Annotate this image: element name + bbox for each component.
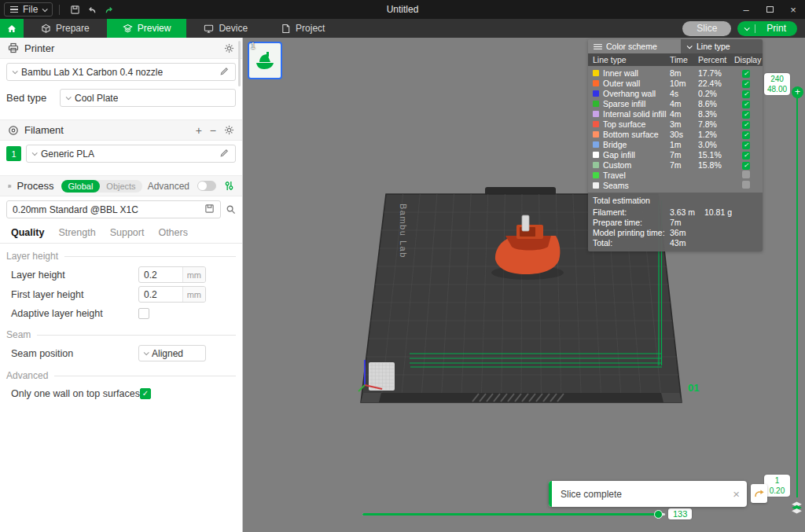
process-preset-select[interactable]: 0.20mm Standard @BBL X1C <box>6 200 221 218</box>
plate-thumbnail[interactable]: 1 <box>248 42 282 79</box>
display-checkbox[interactable]: ✓ <box>742 141 750 149</box>
add-layer-range-button[interactable]: + <box>792 86 803 98</box>
close-button[interactable]: × <box>781 0 805 19</box>
filament-slot-badge[interactable]: 1 <box>6 146 21 161</box>
minimize-button[interactable]: – <box>734 0 758 19</box>
file-menu-button[interactable]: File <box>4 2 53 17</box>
maximize-icon <box>766 6 774 13</box>
preview-viewport[interactable]: Bambu Lab <box>243 38 805 532</box>
search-preset-icon[interactable] <box>226 204 236 215</box>
settings-sidebar: Printer Bambu Lab X1 Carbon 0.4 nozzle B… <box>0 38 243 532</box>
line-type-color-chip <box>593 131 599 138</box>
param-label: Layer height <box>11 270 138 281</box>
advanced-toggle[interactable] <box>197 181 216 191</box>
display-checkbox[interactable]: ✓ <box>742 90 750 98</box>
tab-project[interactable]: Project <box>265 19 340 38</box>
display-checkbox[interactable]: ✓ <box>742 101 750 108</box>
line-type-percent: 0.2% <box>698 89 734 98</box>
save-button[interactable] <box>66 2 83 17</box>
titlebar-divider <box>59 5 60 15</box>
sidebar-scrollbar[interactable] <box>238 41 241 86</box>
first-layer-height-input[interactable]: 0.2 mm <box>138 286 206 303</box>
close-icon[interactable]: × <box>733 488 740 500</box>
layer-slider-track[interactable] <box>796 97 798 497</box>
step-slider[interactable] <box>362 509 665 519</box>
tab-device-label: Device <box>219 23 248 34</box>
input-unit: mm <box>182 267 205 282</box>
tab-support[interactable]: Support <box>110 227 145 238</box>
one-wall-top-checkbox[interactable]: ✓ <box>140 388 151 399</box>
scope-objects-button[interactable]: Objects <box>100 180 142 193</box>
tab-quality[interactable]: Quality <box>11 227 44 238</box>
layers-icon[interactable] <box>790 501 803 514</box>
tab-others[interactable]: Others <box>158 227 188 238</box>
total-value: 36m <box>670 228 704 237</box>
edit-filament-button[interactable] <box>219 148 230 160</box>
display-checkbox[interactable] <box>742 181 750 189</box>
tab-prepare-label: Prepare <box>56 23 90 34</box>
filament-preset-select[interactable]: Generic PLA <box>26 145 236 163</box>
print-button[interactable]: Print <box>755 23 797 34</box>
line-type-percent: 8.3% <box>698 109 734 119</box>
bed-type-select[interactable]: Cool Plate <box>60 89 236 107</box>
redo-button[interactable] <box>101 2 118 17</box>
scope-global-button[interactable]: Global <box>61 180 101 193</box>
total-label: Prepare time: <box>593 218 670 227</box>
legend-row: Overhang wall 4s 0.2% ✓ <box>593 88 758 98</box>
layer-height-input[interactable]: 0.2 mm <box>138 266 206 283</box>
maximize-button[interactable] <box>758 0 781 19</box>
col-display: Display <box>734 55 761 64</box>
display-checkbox[interactable]: ✓ <box>742 131 750 139</box>
line-type-color-chip <box>593 70 599 76</box>
adaptive-layer-height-checkbox[interactable] <box>138 308 149 319</box>
notification-arrow-button[interactable] <box>751 484 767 503</box>
save-preset-button[interactable] <box>204 204 215 216</box>
plate-number-label: 01 <box>688 382 699 394</box>
display-checkbox[interactable]: ✓ <box>742 121 750 129</box>
tab-device[interactable]: Device <box>188 19 263 38</box>
filament-settings-gear-icon[interactable] <box>224 125 234 135</box>
toast-message: Slice complete <box>561 489 622 500</box>
remove-filament-button[interactable]: − <box>210 127 216 134</box>
line-type-time: 10m <box>670 79 698 88</box>
undo-button[interactable] <box>83 2 101 17</box>
display-checkbox[interactable]: ✓ <box>742 111 750 119</box>
step-slider-handle[interactable] <box>654 510 663 519</box>
display-checkbox[interactable]: ✓ <box>742 70 750 78</box>
display-checkbox[interactable] <box>742 171 750 178</box>
color-scheme-select[interactable]: Line type <box>681 39 763 53</box>
seam-position-select[interactable]: Aligned <box>138 345 206 361</box>
titlebar: Untitled File – × <box>0 0 805 19</box>
bed-type-row: Bed type Cool Plate <box>0 85 242 111</box>
tune-icon[interactable] <box>224 181 234 191</box>
total-value: 43m <box>670 238 704 248</box>
tab-prepare[interactable]: Prepare <box>25 19 105 38</box>
legend-row: Bottom surface 30s 1.2% ✓ <box>593 129 758 139</box>
line-type-name: Gap infill <box>593 150 670 160</box>
edit-printer-button[interactable] <box>219 66 230 79</box>
slice-button[interactable]: Slice <box>682 21 731 36</box>
display-checkbox[interactable]: ✓ <box>742 152 750 160</box>
chevron-down-icon <box>42 6 48 12</box>
chevron-down-icon <box>66 94 72 100</box>
top-layer-height: 48.00 <box>767 84 787 94</box>
filament-preset-row: 1 Generic PLA <box>0 141 242 167</box>
plate-brand-text: Bambu Lab <box>399 204 408 259</box>
window-title: Untitled <box>0 4 805 15</box>
printer-settings-gear-icon[interactable] <box>224 43 234 53</box>
print-dropdown-button[interactable] <box>737 27 755 31</box>
display-checkbox[interactable]: ✓ <box>742 162 750 170</box>
tab-preview[interactable]: Preview <box>107 19 187 38</box>
pencil-icon <box>219 66 230 76</box>
add-filament-button[interactable]: + <box>196 127 202 134</box>
plate-thumbnail-index: 1 <box>251 42 255 50</box>
line-type-color-chip <box>593 111 599 117</box>
line-type-color-chip <box>593 80 599 86</box>
printer-preset-select[interactable]: Bambu Lab X1 Carbon 0.4 nozzle <box>6 63 236 81</box>
tab-strength[interactable]: Strength <box>58 227 95 238</box>
param-label: Only one wall on top surfaces <box>11 388 140 399</box>
home-button[interactable] <box>0 19 24 38</box>
process-param-tabs: Quality Strength Support Others <box>0 222 242 244</box>
display-checkbox[interactable]: ✓ <box>742 80 750 88</box>
line-type-name: Travel <box>593 171 670 180</box>
